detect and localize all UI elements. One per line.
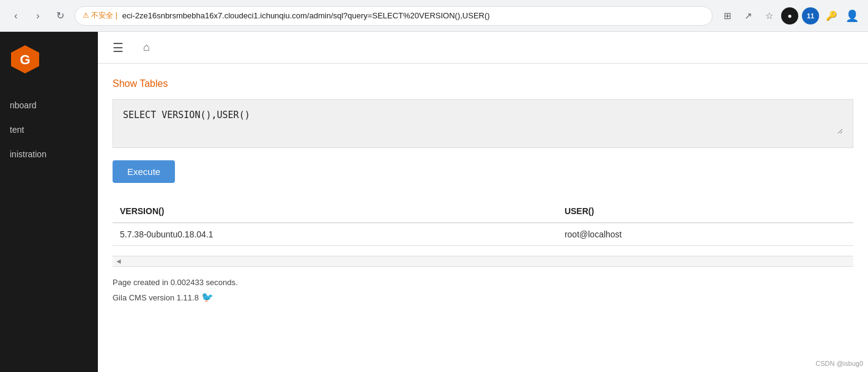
table-row: 5.7.38-0ubuntu0.18.04.1 root@localhost xyxy=(113,223,853,246)
extension-badge: 11 xyxy=(802,7,819,24)
browser-actions: ⊞ ↗ ☆ ● 11 🔑 👤 xyxy=(719,7,861,24)
sidebar: G nboard tent inistration xyxy=(0,32,98,372)
footer-line1: Page created in 0.002433 seconds. xyxy=(113,277,853,289)
show-tables-link[interactable]: Show Tables xyxy=(113,78,168,89)
security-warning: ⚠ 不安全 | xyxy=(83,10,117,21)
results-table: VERSION() USER() 5.7.38-0ubuntu0.18.04.1… xyxy=(113,200,853,246)
sidebar-item-administration[interactable]: inistration xyxy=(0,142,98,166)
url-text: eci-2ze16snbrsmbebha16x7.cloudeci1.ichun… xyxy=(122,11,705,20)
column-header-user: USER() xyxy=(557,200,853,223)
footer-line2: Gila CMS version 1.11.8 🐦 xyxy=(113,289,853,305)
column-header-version: VERSION() xyxy=(113,200,557,223)
profile-circle: ● xyxy=(781,7,798,24)
top-nav: ☰ ⌂ xyxy=(98,32,868,64)
sql-editor-container xyxy=(113,99,853,148)
csdn-watermark: CSDN @isbug0 xyxy=(815,360,863,367)
sidebar-item-content[interactable]: tent xyxy=(0,117,98,142)
footer-text: Page created in 0.002433 seconds. Gila C… xyxy=(113,277,853,305)
home-button[interactable]: ⌂ xyxy=(138,39,155,56)
cell-user: root@localhost xyxy=(557,223,853,246)
execute-button[interactable]: Execute xyxy=(113,160,175,183)
cell-version: 5.7.38-0ubuntu0.18.04.1 xyxy=(113,223,557,246)
browser-nav-icons: ‹ › ↻ xyxy=(7,7,69,24)
forward-button[interactable]: › xyxy=(29,7,46,24)
key-button[interactable]: 🔑 xyxy=(823,7,840,24)
content-wrapper: ☰ ⌂ Show Tables Execute VERSION() USER() xyxy=(98,32,868,372)
svg-text:G: G xyxy=(20,52,30,67)
scroll-left-icon[interactable]: ◄ xyxy=(113,257,125,266)
sidebar-nav: nboard tent inistration xyxy=(0,87,98,173)
sql-editor[interactable] xyxy=(123,110,843,134)
address-bar[interactable]: ⚠ 不安全 | eci-2ze16snbrsmbebha16x7.cloudec… xyxy=(75,6,713,26)
account-button[interactable]: 👤 xyxy=(844,7,861,24)
back-button[interactable]: ‹ xyxy=(7,7,24,24)
reload-button[interactable]: ↻ xyxy=(51,7,69,24)
bookmark-button[interactable]: ☆ xyxy=(760,7,777,24)
scroll-row: ◄ xyxy=(113,256,853,267)
gila-logo-icon: G xyxy=(10,44,40,75)
twitter-icon: 🐦 xyxy=(201,292,213,302)
hamburger-button[interactable]: ☰ xyxy=(108,38,128,58)
app-container: G nboard tent inistration ☰ ⌂ Show Table… xyxy=(0,32,868,372)
sidebar-item-dashboard[interactable]: nboard xyxy=(0,93,98,117)
sidebar-logo: G xyxy=(0,32,98,87)
table-header-row: VERSION() USER() xyxy=(113,200,853,223)
browser-bar: ‹ › ↻ ⚠ 不安全 | eci-2ze16snbrsmbebha16x7.c… xyxy=(0,0,868,32)
share-button[interactable]: ↗ xyxy=(740,7,757,24)
main-content: Show Tables Execute VERSION() USER() 5.7… xyxy=(98,64,868,372)
translate-button[interactable]: ⊞ xyxy=(719,7,736,24)
